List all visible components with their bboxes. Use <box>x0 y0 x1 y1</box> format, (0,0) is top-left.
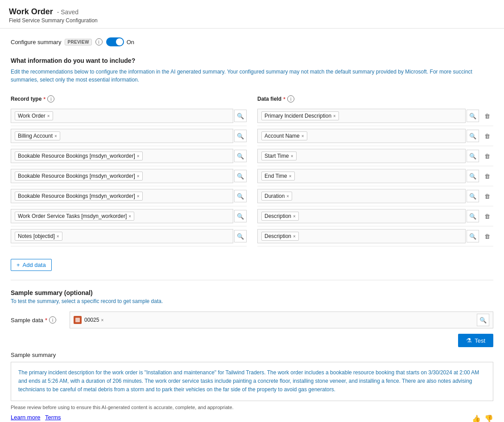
record-input-5[interactable]: Bookable Resource Bookings [msdyn_workor… <box>11 189 233 203</box>
record-tag-text-3: Bookable Resource Bookings [msdyn_workor… <box>18 153 135 159</box>
record-tag-7: Notes [objectid] × <box>15 232 62 241</box>
record-tag-2: Billing Account × <box>15 131 60 140</box>
record-input-7[interactable]: Notes [objectid] × <box>11 229 233 243</box>
df-tag-remove-5[interactable]: × <box>286 194 289 199</box>
record-tag-remove-7[interactable]: × <box>57 234 59 239</box>
df-input-1[interactable]: Primary Incident Description × <box>257 109 466 123</box>
sample-search-button[interactable]: 🔍 <box>477 314 489 326</box>
df-tag-remove-1[interactable]: × <box>333 114 336 119</box>
record-input-3[interactable]: Bookable Resource Bookings [msdyn_workor… <box>11 149 233 163</box>
add-data-label: Add data <box>23 262 46 268</box>
df-delete-btn-4[interactable]: 🗑 <box>481 170 493 182</box>
df-input-5[interactable]: Duration × <box>257 189 466 203</box>
df-input-6[interactable]: Description × <box>257 209 466 223</box>
page-subtitle: Field Service Summary Configuration <box>9 17 495 24</box>
record-input-6[interactable]: Work Order Service Tasks [msdyn_workorde… <box>11 209 233 223</box>
sample-data-info-icon[interactable]: i <box>49 316 56 324</box>
test-icon: ⚗ <box>466 337 472 344</box>
saved-label: - Saved <box>57 8 78 16</box>
sample-summary-text: The primary incident description for the… <box>18 369 486 394</box>
df-tag-remove-6[interactable]: × <box>293 214 296 219</box>
record-tag-remove-6[interactable]: × <box>128 214 131 219</box>
test-button[interactable]: ⚗ Test <box>458 334 493 347</box>
sample-section-title: Sample summary (optional) <box>11 289 493 296</box>
df-tag-text-4: End Time <box>264 173 287 179</box>
record-input-1[interactable]: Work Order × <box>11 109 233 123</box>
df-tag-remove-4[interactable]: × <box>289 174 292 179</box>
df-delete-btn-5[interactable]: 🗑 <box>481 190 493 202</box>
df-search-btn-5[interactable]: 🔍 <box>467 190 479 202</box>
configure-label: Configure summary <box>11 39 61 45</box>
record-search-btn-2[interactable]: 🔍 <box>234 130 247 142</box>
info-text: Edit the recommendations below to config… <box>11 68 493 84</box>
configure-info-icon[interactable]: i <box>95 38 103 45</box>
section-divider <box>11 280 493 280</box>
record-search-btn-3[interactable]: 🔍 <box>234 150 247 162</box>
what-section-title: What information do you want to include? <box>11 57 493 64</box>
add-icon: + <box>17 262 20 268</box>
df-search-btn-1[interactable]: 🔍 <box>467 110 479 122</box>
work-order-title: Work Order <box>9 7 53 16</box>
df-input-7[interactable]: Description × <box>257 229 466 243</box>
record-row-4: Bookable Resource Bookings [msdyn_workor… <box>11 166 247 186</box>
df-tag-remove-2[interactable]: × <box>302 134 304 139</box>
record-tag-remove-3[interactable]: × <box>137 154 140 159</box>
terms-link[interactable]: Terms <box>45 414 61 421</box>
record-icon-inner <box>75 318 80 322</box>
record-tag-remove-1[interactable]: × <box>47 114 50 119</box>
record-input-2[interactable]: Billing Account × <box>11 129 233 143</box>
add-data-button[interactable]: + Add data <box>11 259 52 271</box>
learn-more-link[interactable]: Learn more <box>11 414 40 421</box>
df-delete-btn-6[interactable]: 🗑 <box>481 210 493 222</box>
record-search-btn-5[interactable]: 🔍 <box>234 190 247 202</box>
record-row-6: Work Order Service Tasks [msdyn_workorde… <box>11 206 247 226</box>
footer-links: Learn more Terms <box>11 414 61 421</box>
sample-record-remove[interactable]: × <box>101 318 103 323</box>
data-field-column: Data field * i Primary Incident Descript… <box>257 93 493 246</box>
df-tag-text-3: Start Time <box>264 153 289 159</box>
sample-data-label: Sample data * i <box>11 316 64 324</box>
preview-badge: PREVIEW <box>65 39 91 45</box>
record-search-btn-1[interactable]: 🔍 <box>234 110 247 122</box>
record-row-1: Work Order × 🔍 <box>11 106 247 126</box>
df-search-btn-6[interactable]: 🔍 <box>467 210 479 222</box>
page-container: Work Order - Saved Field Service Summary… <box>0 0 504 422</box>
df-row-7: Description × 🔍 🗑 <box>257 226 493 246</box>
df-search-btn-3[interactable]: 🔍 <box>467 150 479 162</box>
df-tag-text-2: Account Name <box>264 133 300 139</box>
thumbs-down-icon[interactable]: 👎 <box>484 414 493 422</box>
df-delete-btn-7[interactable]: 🗑 <box>481 230 493 242</box>
df-delete-btn-2[interactable]: 🗑 <box>481 130 493 142</box>
record-search-btn-4[interactable]: 🔍 <box>234 170 247 182</box>
df-delete-btn-1[interactable]: 🗑 <box>481 110 493 122</box>
df-search-btn-7[interactable]: 🔍 <box>467 230 479 242</box>
record-tag-remove-2[interactable]: × <box>54 134 57 139</box>
df-row-1: Primary Incident Description × 🔍 🗑 <box>257 106 493 126</box>
record-type-column: Record type * i Work Order × 🔍 <box>11 93 247 246</box>
summary-toggle[interactable] <box>106 37 124 46</box>
df-search-btn-2[interactable]: 🔍 <box>467 130 479 142</box>
record-tag-remove-4[interactable]: × <box>137 174 140 179</box>
df-search-btn-4[interactable]: 🔍 <box>467 170 479 182</box>
record-row-2: Billing Account × 🔍 <box>11 126 247 146</box>
record-search-btn-6[interactable]: 🔍 <box>234 210 247 222</box>
df-input-3[interactable]: Start Time × <box>257 149 466 163</box>
record-tag-remove-5[interactable]: × <box>137 194 140 199</box>
df-input-2[interactable]: Account Name × <box>257 129 466 143</box>
record-type-required: * <box>43 96 45 102</box>
df-tag-remove-7[interactable]: × <box>293 234 296 239</box>
df-tag-remove-3[interactable]: × <box>291 154 293 159</box>
record-tag-text-6: Work Order Service Tasks [msdyn_workorde… <box>18 213 127 219</box>
df-input-4[interactable]: End Time × <box>257 169 466 183</box>
sample-summary-label: Sample summary <box>11 352 493 358</box>
record-search-btn-7[interactable]: 🔍 <box>234 230 247 242</box>
sample-data-input[interactable]: 00025 × 🔍 <box>70 311 493 328</box>
record-tag-text-1: Work Order <box>18 113 45 119</box>
sample-record-tag: 00025 × <box>84 317 103 323</box>
df-delete-btn-3[interactable]: 🗑 <box>481 150 493 162</box>
data-field-info-icon[interactable]: i <box>287 95 294 102</box>
record-type-info-icon[interactable]: i <box>47 95 54 102</box>
record-tag-6: Work Order Service Tasks [msdyn_workorde… <box>15 212 134 221</box>
record-input-4[interactable]: Bookable Resource Bookings [msdyn_workor… <box>11 169 233 183</box>
thumbs-up-icon[interactable]: 👍 <box>472 414 481 422</box>
